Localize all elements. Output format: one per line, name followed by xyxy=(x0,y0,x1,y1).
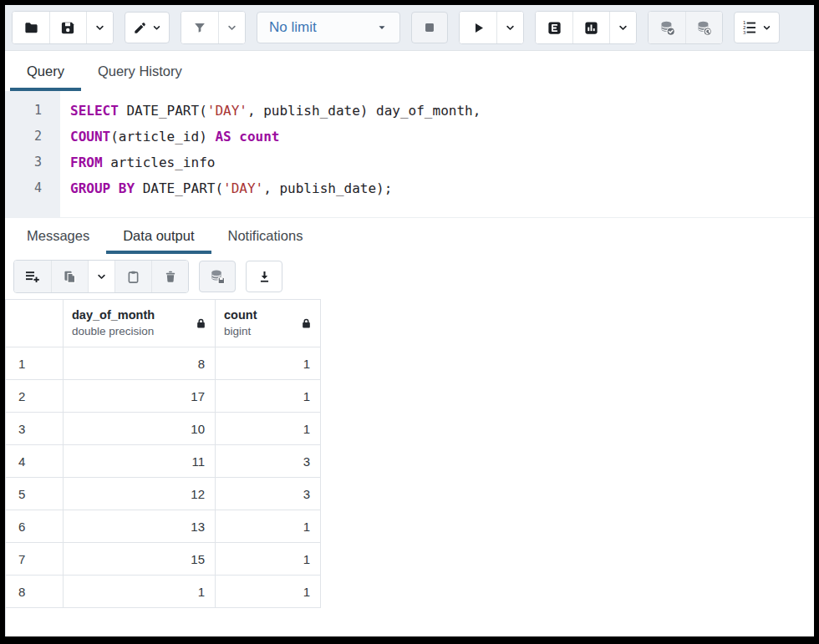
sql-keyword: COUNT xyxy=(70,129,110,145)
sql-text: (article_id) xyxy=(110,129,215,145)
explain-button-group xyxy=(535,11,637,44)
sql-text: , publish_date); xyxy=(263,180,392,196)
sql-keyword: FROM xyxy=(70,155,103,170)
data-cell[interactable]: 10 xyxy=(64,413,216,445)
data-cell[interactable]: 8 xyxy=(64,347,216,380)
data-cell[interactable]: 15 xyxy=(64,543,216,576)
db-save-icon xyxy=(209,268,226,286)
row-number-cell[interactable]: 7 xyxy=(6,543,64,576)
tab-notifications[interactable]: Notifications xyxy=(211,218,320,254)
sql-keyword: GROUP BY xyxy=(70,180,135,196)
sql-text xyxy=(231,129,240,145)
results-table-body: 181217131014113512361317151811 xyxy=(6,347,321,608)
line-number: 1 xyxy=(5,98,42,124)
sql-keyword: AS xyxy=(215,129,231,145)
download-button[interactable] xyxy=(246,261,282,292)
data-cell[interactable]: 11 xyxy=(64,445,216,478)
bar-chart-icon xyxy=(583,20,599,36)
results-table: day_of_monthdouble precisioncountbigint … xyxy=(5,299,321,608)
row-number-cell[interactable]: 8 xyxy=(6,576,64,608)
save-options-dropdown[interactable] xyxy=(86,12,113,43)
table-row: 3101 xyxy=(6,413,321,445)
execute-button-group xyxy=(459,11,524,44)
code-line[interactable]: SELECT DATE_PART('DAY', publish_date) da… xyxy=(70,98,814,124)
row-number-cell[interactable]: 5 xyxy=(6,478,64,510)
explain-options-dropdown[interactable] xyxy=(609,12,636,43)
explain-analyze-button[interactable] xyxy=(572,12,609,43)
code-line[interactable]: GROUP BY DATE_PART('DAY', publish_date); xyxy=(70,175,814,201)
data-cell[interactable]: 1 xyxy=(216,413,321,445)
transaction-button-group xyxy=(648,11,723,44)
sql-editor: 1234 SELECT DATE_PART('DAY', publish_dat… xyxy=(5,91,814,217)
column-header-count[interactable]: countbigint xyxy=(216,300,321,347)
data-output-toolbar xyxy=(5,254,814,299)
chevron-down-icon xyxy=(95,271,108,283)
paste-button[interactable] xyxy=(114,261,151,292)
code-line[interactable]: COUNT(article_id) AS count xyxy=(70,124,814,150)
db-rollback-arrow-icon xyxy=(695,19,713,37)
commit-button[interactable] xyxy=(649,12,685,43)
sql-string: 'DAY' xyxy=(223,180,263,196)
table-row: 6131 xyxy=(6,510,321,543)
data-cell[interactable]: 3 xyxy=(216,445,321,478)
save-file-button[interactable] xyxy=(49,12,86,43)
data-cell[interactable]: 12 xyxy=(64,478,216,510)
chevron-down-icon xyxy=(617,22,629,34)
data-cell[interactable]: 17 xyxy=(64,380,216,413)
sql-text: DATE_PART( xyxy=(135,180,223,196)
lock-icon xyxy=(301,317,312,329)
filter-button[interactable] xyxy=(181,12,218,43)
tab-query-history[interactable]: Query History xyxy=(81,51,199,91)
corner-header-cell[interactable] xyxy=(6,300,64,347)
trash-icon xyxy=(163,269,178,284)
rollback-button[interactable] xyxy=(685,12,722,43)
data-cell[interactable]: 1 xyxy=(216,347,321,380)
data-cell[interactable]: 1 xyxy=(216,576,321,608)
macros-button[interactable]: 123 xyxy=(734,12,780,43)
cancel-query-button[interactable] xyxy=(411,12,448,43)
data-cell[interactable]: 13 xyxy=(64,510,216,543)
chevron-down-icon xyxy=(761,23,772,33)
copy-button[interactable] xyxy=(51,261,88,292)
row-number-cell[interactable]: 2 xyxy=(6,380,64,413)
table-row: 4113 xyxy=(6,445,321,478)
tab-messages-label: Messages xyxy=(27,228,89,244)
save-data-changes-button[interactable] xyxy=(199,261,236,292)
sql-text: , publish_date) day_of_month, xyxy=(247,103,481,119)
tab-query-history-label: Query History xyxy=(98,63,182,79)
chevron-down-icon xyxy=(504,22,516,34)
row-limit-select[interactable]: No limit xyxy=(257,12,400,43)
open-file-button[interactable] xyxy=(13,12,49,43)
table-row: 2171 xyxy=(6,380,321,413)
data-cell[interactable]: 3 xyxy=(216,478,321,510)
edit-dropdown-button[interactable] xyxy=(125,12,170,43)
data-cell[interactable]: 1 xyxy=(216,510,321,543)
edit-data-button-group xyxy=(13,260,189,293)
column-header-day_of_month[interactable]: day_of_monthdouble precision xyxy=(64,300,216,347)
execute-button[interactable] xyxy=(460,12,496,43)
data-cell[interactable]: 1 xyxy=(64,576,216,608)
tab-messages[interactable]: Messages xyxy=(10,218,106,254)
row-number-cell[interactable]: 4 xyxy=(6,445,64,478)
add-row-icon xyxy=(24,268,41,285)
data-cell[interactable]: 1 xyxy=(216,380,321,413)
code-line[interactable]: FROM articles_info xyxy=(70,150,814,175)
data-cell[interactable]: 1 xyxy=(216,543,321,576)
sql-text: DATE_PART( xyxy=(119,103,207,119)
sql-editor-lines[interactable]: SELECT DATE_PART('DAY', publish_date) da… xyxy=(60,91,814,217)
caret-down-icon xyxy=(376,22,388,33)
row-number-cell[interactable]: 1 xyxy=(6,347,64,380)
tab-query[interactable]: Query xyxy=(10,51,81,91)
explain-button[interactable] xyxy=(536,12,572,43)
row-number-cell[interactable]: 6 xyxy=(6,510,64,543)
tab-data-output[interactable]: Data output xyxy=(106,218,211,254)
copy-options-dropdown[interactable] xyxy=(88,261,114,292)
add-row-button[interactable] xyxy=(14,261,51,292)
paste-clipboard-icon xyxy=(125,269,141,285)
pencil-icon xyxy=(132,20,148,36)
svg-text:3: 3 xyxy=(743,30,745,35)
delete-button[interactable] xyxy=(151,261,188,292)
row-number-cell[interactable]: 3 xyxy=(6,413,64,445)
filter-options-dropdown[interactable] xyxy=(218,12,245,43)
execute-options-dropdown[interactable] xyxy=(496,12,523,43)
